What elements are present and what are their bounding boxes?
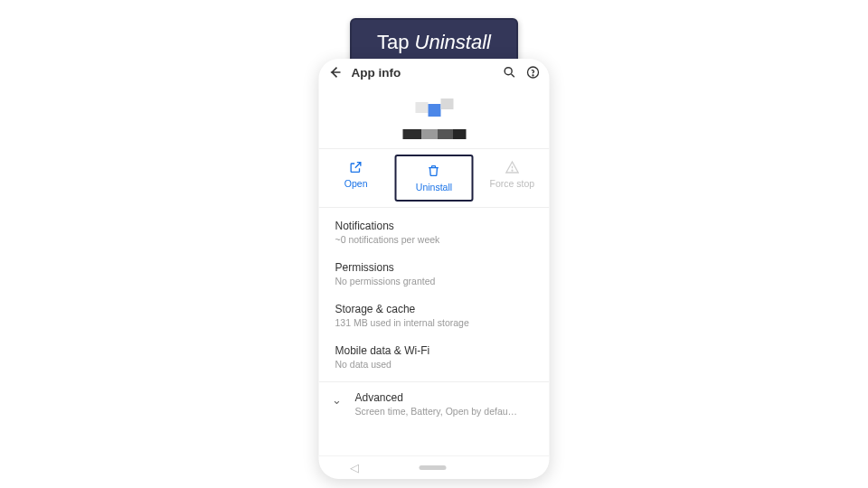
nav-home-pill[interactable]	[420, 465, 447, 470]
settings-list: Notifications ~0 notifications per week …	[319, 208, 550, 455]
row-label: Mobile data & Wi-Fi	[335, 344, 533, 357]
uninstall-button[interactable]: Uninstall	[395, 155, 473, 202]
advanced-row[interactable]: ⌄ Advanced Screen time, Battery, Open by…	[319, 382, 550, 426]
open-label: Open	[344, 178, 368, 189]
page-title: App info	[352, 66, 494, 80]
warning-icon	[505, 160, 519, 174]
force-stop-label: Force stop	[490, 178, 535, 189]
storage-row[interactable]: Storage & cache 131 MB used in internal …	[319, 295, 550, 336]
notifications-row[interactable]: Notifications ~0 notifications per week	[319, 211, 550, 253]
app-header	[319, 86, 550, 148]
uninstall-label: Uninstall	[416, 182, 452, 192]
callout-prefix: Tap	[377, 31, 415, 53]
nav-back-icon[interactable]: ◁	[350, 461, 359, 474]
row-label: Notifications	[335, 220, 533, 232]
mobile-data-row[interactable]: Mobile data & Wi-Fi No data used	[319, 336, 550, 378]
row-label: Advanced	[355, 391, 518, 404]
help-icon[interactable]	[526, 65, 541, 80]
back-arrow-icon[interactable]	[328, 65, 343, 80]
app-icon	[415, 99, 453, 117]
app-bar: App info	[319, 59, 550, 86]
action-bar: Open Uninstall Force stop	[319, 149, 550, 207]
force-stop-button: Force stop	[475, 153, 549, 203]
app-name-redacted	[402, 129, 466, 139]
svg-point-3	[512, 170, 513, 171]
svg-point-0	[505, 68, 512, 75]
permissions-row[interactable]: Permissions No permissions granted	[319, 253, 550, 295]
trash-icon	[427, 164, 441, 178]
row-subtitle: 131 MB used in internal storage	[335, 317, 533, 328]
callout-target: Uninstall	[415, 31, 491, 53]
open-button[interactable]: Open	[319, 153, 393, 203]
row-subtitle: No permissions granted	[335, 276, 533, 286]
navigation-bar: ◁	[319, 455, 550, 479]
open-in-new-icon	[349, 160, 363, 174]
row-label: Storage & cache	[335, 303, 533, 315]
svg-point-2	[533, 75, 533, 76]
row-subtitle: ~0 notifications per week	[335, 234, 533, 245]
search-icon[interactable]	[503, 65, 517, 80]
phone-frame: App info Open Uninstall	[319, 59, 550, 479]
row-label: Permissions	[335, 261, 533, 274]
chevron-down-icon: ⌄	[332, 393, 344, 407]
row-subtitle: Screen time, Battery, Open by default, S…	[355, 406, 518, 417]
row-subtitle: No data used	[335, 359, 533, 370]
